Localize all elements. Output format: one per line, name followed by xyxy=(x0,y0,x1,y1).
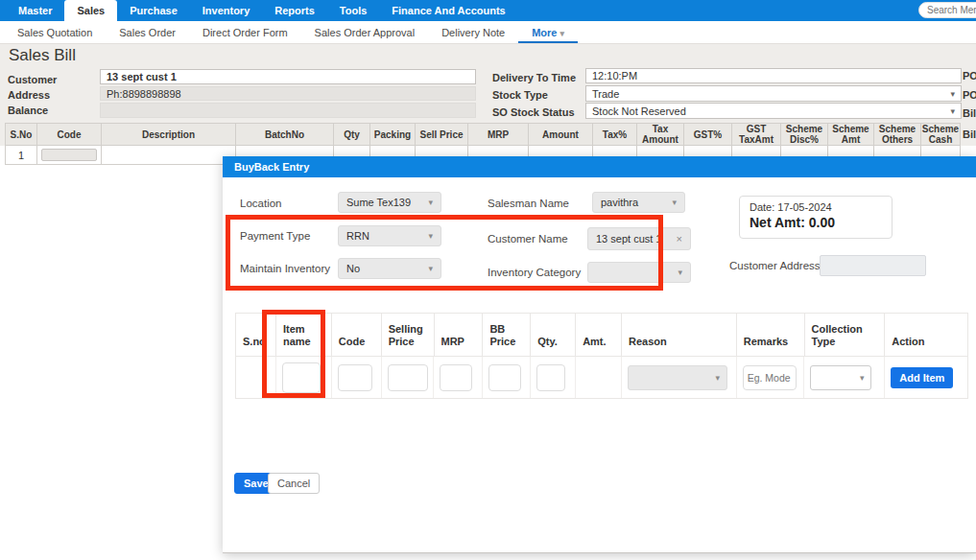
add-item-button[interactable]: Add Item xyxy=(891,367,953,388)
more-label: More xyxy=(532,27,557,38)
row-code-cell xyxy=(37,146,102,164)
selling-price-input[interactable] xyxy=(388,364,428,391)
row-description-cell[interactable] xyxy=(102,146,236,164)
sales-table-header: S.No Code Description BatchNo Qty Packin… xyxy=(5,123,961,146)
subnav-sales-quotation[interactable]: Sales Quotation xyxy=(4,21,106,43)
salesman-name-select[interactable]: pavithra▾ xyxy=(592,192,685,213)
collection-type-cell: ▾ xyxy=(804,357,885,398)
address-field[interactable]: Ph:8898898898 xyxy=(100,86,476,101)
column-header: MRP xyxy=(435,314,484,357)
customer-name-label: Customer Name xyxy=(488,233,568,245)
so-stock-status-select[interactable]: Stock Not Reserved▾ xyxy=(585,103,962,119)
balance-field[interactable] xyxy=(100,103,476,118)
chevron-down-icon: ▾ xyxy=(428,264,433,273)
customer-name-value: 13 sept cust 1 xyxy=(596,233,662,245)
tab-tools[interactable]: Tools xyxy=(327,0,380,21)
bill-cut-label: Bill xyxy=(963,107,976,119)
column-header: S.no xyxy=(236,314,276,357)
items-table-entry-row: ▾ ▾ Add Item xyxy=(236,357,967,398)
chevron-down-icon: ▾ xyxy=(560,29,565,38)
date-net-amount-box: Date: 17-05-2024 Net Amt: 0.00 xyxy=(739,196,893,239)
location-value: Sume Tex139 xyxy=(346,197,411,208)
net-amount-text: Net Amt: 0.00 xyxy=(750,215,882,230)
column-header: Collection Type xyxy=(805,314,886,357)
column-header: Scheme Disc% xyxy=(781,124,828,145)
maintain-inventory-value: No xyxy=(346,263,360,274)
tab-finance-and-accounts[interactable]: Finance And Accounts xyxy=(379,0,517,21)
qty-input[interactable] xyxy=(536,364,565,391)
tab-master[interactable]: Master xyxy=(6,0,64,21)
inventory-category-label: Inventory Category xyxy=(488,267,581,278)
reason-select[interactable]: ▾ xyxy=(628,365,727,390)
balance-label: Balance xyxy=(8,105,48,116)
subnav-direct-order-form[interactable]: Direct Order Form xyxy=(189,21,301,43)
row-sno-cell: 1 xyxy=(6,146,37,164)
column-header: Qty. xyxy=(531,314,576,357)
column-header: Tax% xyxy=(593,124,637,145)
customer-address-label: Customer Address xyxy=(729,260,821,271)
app-window: Master Sales Purchase Inventory Reports … xyxy=(0,0,976,560)
tab-reports[interactable]: Reports xyxy=(262,0,327,21)
item-code-input[interactable] xyxy=(338,364,372,391)
delivery-to-time-input[interactable] xyxy=(585,68,962,83)
inventory-category-select[interactable]: ▾ xyxy=(587,262,691,283)
bb-price-input[interactable] xyxy=(488,364,521,391)
item-name-input[interactable] xyxy=(282,362,321,393)
location-select[interactable]: Sume Tex139▾ xyxy=(338,192,441,213)
po-cut-label: PO xyxy=(963,70,976,82)
bb-price-cell xyxy=(483,357,531,398)
mrp-cell xyxy=(434,357,483,398)
tab-inventory[interactable]: Inventory xyxy=(190,0,263,21)
column-header: MRP xyxy=(468,124,529,145)
items-table-header: S.no Item name Code Selling Price MRP BB… xyxy=(236,314,967,357)
selling-price-cell xyxy=(382,357,435,398)
tab-purchase[interactable]: Purchase xyxy=(117,0,190,21)
subnav-sales-order[interactable]: Sales Order xyxy=(106,21,189,43)
column-header: BatchNo xyxy=(236,124,334,145)
so-stock-status-label: SO Stock Status xyxy=(492,106,575,118)
address-label: Address xyxy=(8,89,50,101)
remarks-cell xyxy=(737,357,805,398)
customer-name-chip[interactable]: 13 sept cust 1× xyxy=(587,227,691,250)
chevron-down-icon: ▾ xyxy=(950,106,955,116)
customer-input[interactable] xyxy=(100,69,476,84)
stock-type-value: Trade xyxy=(592,88,619,100)
subnav-sales-order-approval[interactable]: Sales Order Approval xyxy=(301,21,429,43)
search-menu-input[interactable] xyxy=(918,2,976,18)
action-cell: Add Item xyxy=(885,357,967,398)
stock-type-select[interactable]: Trade▾ xyxy=(585,85,962,102)
salesman-name-label: Salesman Name xyxy=(488,198,569,209)
close-icon[interactable]: × xyxy=(677,233,682,245)
amt-cell xyxy=(576,357,622,398)
tab-sales[interactable]: Sales xyxy=(64,0,117,21)
cancel-button[interactable]: Cancel xyxy=(268,473,320,494)
maintain-inventory-label: Maintain Inventory xyxy=(240,263,330,274)
code-input[interactable] xyxy=(41,149,97,161)
item-name-cell xyxy=(276,357,332,398)
sno-cell xyxy=(236,357,276,398)
remarks-input[interactable] xyxy=(743,365,797,390)
column-header: Remarks xyxy=(737,314,805,357)
date-text: Date: 17-05-2024 xyxy=(750,201,882,213)
subnav-delivery-note[interactable]: Delivery Note xyxy=(428,21,518,43)
payment-type-select[interactable]: RRN▾ xyxy=(338,225,441,246)
column-header: BB Price xyxy=(483,314,531,357)
modal-title: BuyBack Entry xyxy=(234,161,309,173)
chevron-down-icon: ▾ xyxy=(678,268,682,277)
top-nav-bar: Master Sales Purchase Inventory Reports … xyxy=(0,0,976,21)
subnav-more-dropdown[interactable]: More ▾ xyxy=(518,21,578,43)
customer-address-input[interactable] xyxy=(820,255,926,276)
column-header: Action xyxy=(885,314,967,357)
reason-cell: ▾ xyxy=(622,357,737,398)
sales-sub-nav: Sales Quotation Sales Order Direct Order… xyxy=(0,21,976,44)
column-header: Tax Amount xyxy=(637,124,684,145)
po-cut-label: PO xyxy=(963,89,976,101)
column-header: Amt. xyxy=(576,314,622,357)
column-header: Code xyxy=(37,124,102,145)
collection-type-select[interactable]: ▾ xyxy=(810,365,871,390)
column-header: Reason xyxy=(622,314,737,357)
modal-title-bar[interactable]: BuyBack Entry xyxy=(223,156,976,177)
payment-type-label: Payment Type xyxy=(240,230,310,242)
mrp-input[interactable] xyxy=(440,364,472,391)
maintain-inventory-select[interactable]: No▾ xyxy=(338,258,441,279)
